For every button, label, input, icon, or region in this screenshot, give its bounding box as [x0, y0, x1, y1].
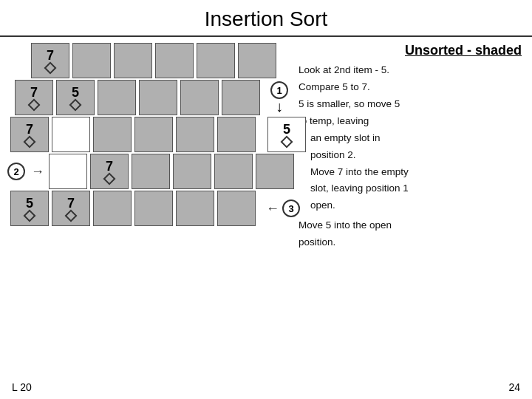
cells-row-3: 7 — [10, 117, 257, 152]
desc-line9: open. — [299, 198, 522, 214]
cells-row-5: 5 7 — [10, 191, 257, 226]
desc-line4: to temp, leaving — [299, 114, 522, 129]
step1-arrow-down: ↓ — [276, 99, 283, 114]
cell-r3-c3 — [93, 117, 132, 152]
step1-circle: 1 — [270, 81, 288, 99]
cell-r5-c2: 7 — [52, 191, 90, 226]
cell-r2-c5 — [180, 80, 219, 115]
cells-row-4: 7 — [49, 154, 296, 189]
footer-right: 24 — [508, 381, 520, 393]
description: Look at 2nd item - 5. Compare 5 to 7. 5 … — [299, 63, 522, 250]
grid-row-5: 5 7 — [7, 191, 288, 226]
temp-5-cell: 5 — [267, 117, 306, 152]
right-panel: Unsorted - shaded Look at 2nd item - 5. … — [296, 43, 525, 252]
cell-r4-c5 — [214, 154, 253, 189]
cell-r1-c4 — [155, 43, 194, 78]
cell-r2-c1: 7 — [15, 80, 53, 115]
cell-r4-c4 — [173, 154, 211, 189]
desc-line2: Compare 5 to 7. — [299, 80, 522, 95]
cell-r3-c1: 7 — [10, 117, 49, 152]
desc-line8: slot, leaving position 1 — [299, 181, 522, 197]
grid-area: 7 7 — [7, 43, 288, 252]
diamond-r1-c1: 7 — [46, 49, 55, 72]
temp-5-container: 5 — [267, 117, 307, 152]
cell-r5-c5 — [176, 191, 214, 226]
diamond-icon-r1-c1 — [44, 62, 57, 75]
cell-r2-c4 — [139, 80, 177, 115]
step2-circle: 2 — [7, 163, 25, 180]
footer-left: L 20 — [12, 381, 32, 393]
cell-r5-c1: 5 — [10, 191, 49, 226]
grid-row-3: 7 5 — [7, 117, 288, 152]
cell-r1-c5 — [197, 43, 235, 78]
cell-r2-c3 — [98, 80, 136, 115]
cell-r5-c6 — [217, 191, 256, 226]
cell-r1-c6 — [238, 43, 276, 78]
cell-r1-c3 — [114, 43, 152, 78]
desc-line11: position. — [299, 235, 522, 250]
desc-line6: position 2. — [299, 148, 522, 163]
grid-container: 7 7 — [7, 43, 288, 226]
cell-r1-c2 — [72, 43, 111, 78]
cell-r5-c3 — [93, 191, 132, 226]
grid-row-2: 7 5 — [7, 80, 288, 115]
desc-line3: 5 is smaller, so move 5 — [299, 97, 522, 112]
cell-r4-c1 — [49, 154, 87, 189]
desc-line10: Move 5 into the open — [299, 218, 522, 233]
desc-line1: Look at 2nd item - 5. — [299, 63, 522, 78]
cell-r1-c1: 7 — [31, 43, 69, 78]
grid-row-4: 2 → 7 — [7, 154, 288, 189]
cell-r4-c3 — [132, 154, 170, 189]
cell-r3-c2 — [52, 117, 90, 152]
grid-row-1: 7 — [7, 43, 288, 78]
step2-arrow: → — [31, 164, 44, 180]
cells-row-2: 7 5 — [15, 80, 262, 115]
page-title: Insertion Sort — [0, 0, 532, 37]
main-content: 7 7 — [0, 43, 532, 252]
cell-r4-c2: 7 — [90, 154, 129, 189]
unsorted-label: Unsorted - shaded — [299, 43, 522, 58]
step3-indicator: ← 3 — [266, 200, 300, 217]
cell-r2-c6 — [222, 80, 260, 115]
cell-r3-c6 — [217, 117, 256, 152]
cell-r4-c6 — [256, 154, 294, 189]
cell-r3-c5 — [176, 117, 214, 152]
step3-arrow: ← — [266, 201, 279, 216]
cell-r3-c4 — [134, 117, 173, 152]
step3-circle: 3 — [282, 200, 300, 217]
desc-line5: an empty slot in — [299, 131, 522, 146]
cell-r5-c4 — [134, 191, 173, 226]
desc-line7: Move 7 into the empty — [299, 165, 522, 180]
footer: L 20 24 — [12, 381, 520, 393]
step1-indicator: 1 ↓ — [270, 81, 288, 114]
cells-row-1: 7 — [31, 43, 278, 78]
cell-r2-c2: 5 — [56, 80, 95, 115]
